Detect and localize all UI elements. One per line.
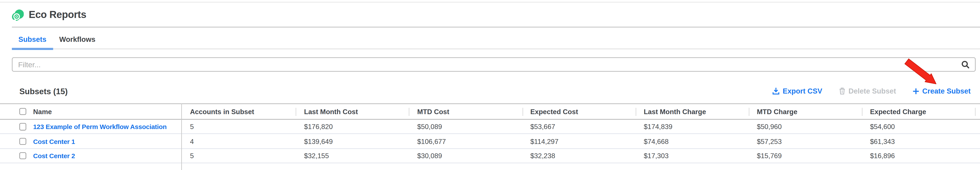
export-csv-button[interactable]: Export CSV: [773, 87, 822, 94]
column-header-name[interactable]: Name: [33, 108, 52, 115]
create-subset-label: Create Subset: [922, 87, 970, 94]
select-all-checkbox[interactable]: [19, 108, 26, 115]
column-separator: [862, 107, 862, 116]
last-month-cost-value: $32,155: [304, 152, 329, 159]
last-month-charge-value: $74,668: [644, 138, 669, 145]
expected-charge-value: $16,896: [870, 152, 895, 159]
tab-workflows[interactable]: Workflows: [53, 29, 102, 49]
column-separator: [975, 107, 975, 116]
subset-name-link[interactable]: Cost Center 1: [33, 138, 75, 145]
column-header-expected-charge[interactable]: Expected Charge: [870, 108, 926, 115]
tab-bar: Subsets Workflows: [12, 29, 980, 49]
row-checkbox[interactable]: [19, 123, 26, 130]
column-header-last-month-cost[interactable]: Last Month Cost: [304, 108, 358, 115]
mtd-charge-value: $50,960: [757, 123, 782, 131]
list-toolbar: Subsets (15) Export CSV Delete Subset: [19, 87, 970, 95]
row-checkbox[interactable]: [19, 138, 26, 145]
table-header-row: Name Accounts in Subset Last Month Cost …: [0, 103, 980, 120]
tab-subsets-label: Subsets: [19, 36, 46, 43]
toolbar-actions: Export CSV Delete Subset Create Subset: [773, 87, 971, 94]
filter-input[interactable]: [13, 60, 961, 69]
filter-container: [12, 58, 975, 72]
expected-cost-value: $53,667: [530, 123, 555, 131]
table-row: 123 Example of Perm Workflow Association…: [0, 120, 980, 134]
column-separator: [635, 107, 636, 116]
column-header-last-month-charge[interactable]: Last Month Charge: [644, 108, 706, 115]
search-icon: [961, 61, 969, 69]
expected-cost-value: $114,297: [530, 138, 558, 145]
column-header-mtd-cost[interactable]: MTD Cost: [417, 108, 449, 115]
column-separator: [522, 107, 523, 116]
app-header: Eco Reports: [12, 8, 86, 22]
expected-charge-value: $61,343: [870, 138, 895, 145]
tab-bar-baseline: [12, 49, 980, 49]
subset-name-link[interactable]: Cost Center 2: [33, 152, 75, 159]
top-divider: [0, 2, 980, 3]
expected-charge-value: $54,600: [870, 123, 895, 131]
tab-workflows-label: Workflows: [59, 36, 95, 43]
trash-icon: [838, 87, 845, 94]
accounts-in-subset-value: 5: [190, 152, 194, 159]
table-row: Cost Center 1 4 $139,649 $106,677 $114,2…: [0, 134, 980, 149]
tab-subsets[interactable]: Subsets: [12, 29, 53, 49]
accounts-in-subset-value: 5: [190, 123, 194, 131]
plus-icon: [912, 88, 919, 94]
create-subset-button[interactable]: Create Subset: [912, 87, 971, 94]
last-month-cost-value: $176,820: [304, 123, 333, 131]
column-separator: [296, 107, 296, 116]
download-icon: [773, 87, 780, 94]
column-header-accounts-in-subset[interactable]: Accounts in Subset: [190, 108, 254, 115]
frozen-column-divider: [181, 103, 182, 170]
export-csv-label: Export CSV: [783, 87, 822, 94]
mtd-cost-value: $30,089: [417, 152, 442, 159]
mtd-cost-value: $106,677: [417, 138, 446, 145]
mtd-charge-value: $15,769: [757, 152, 782, 159]
mtd-charge-value: $57,253: [757, 138, 782, 145]
eco-reports-page: Eco Reports Subsets Workflows Subsets (1…: [0, 0, 980, 170]
last-month-charge-value: $17,303: [644, 152, 669, 159]
subsets-count-heading: Subsets (15): [19, 86, 68, 96]
header-divider: [12, 27, 980, 28]
accounts-in-subset-value: 4: [190, 138, 194, 145]
eco-reports-logo-icon: [12, 9, 24, 21]
column-header-mtd-charge[interactable]: MTD Charge: [757, 108, 797, 115]
row-checkbox[interactable]: [19, 152, 26, 159]
table-body: 123 Example of Perm Workflow Association…: [0, 120, 980, 164]
column-header-expected-cost[interactable]: Expected Cost: [530, 108, 578, 115]
column-separator: [749, 107, 749, 116]
mtd-cost-value: $50,089: [417, 123, 442, 131]
subset-name-link[interactable]: 123 Example of Perm Workflow Association: [33, 123, 167, 131]
last-month-charge-value: $174,839: [644, 123, 673, 131]
last-month-cost-value: $139,649: [304, 138, 333, 145]
table-row: Cost Center 2 5 $32,155 $30,089 $32,238 …: [0, 149, 980, 163]
page-title: Eco Reports: [29, 9, 86, 20]
expected-cost-value: $32,238: [530, 152, 555, 159]
column-separator: [409, 107, 409, 116]
subsets-table: Name Accounts in Subset Last Month Cost …: [0, 103, 980, 170]
delete-subset-label: Delete Subset: [849, 87, 896, 94]
delete-subset-button[interactable]: Delete Subset: [838, 87, 896, 94]
